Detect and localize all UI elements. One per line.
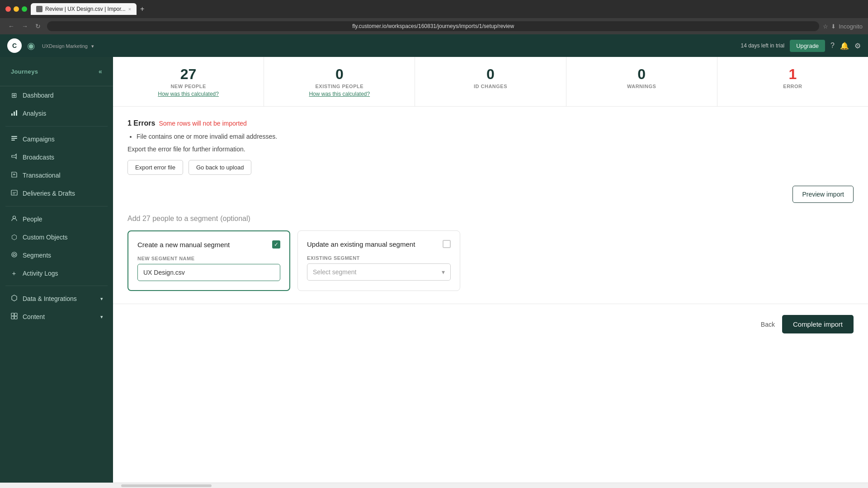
stat-link-existing-people[interactable]: How was this calculated? — [275, 91, 404, 97]
main-content: 27 NEW PEOPLE How was this calculated? 0… — [113, 57, 868, 483]
forward-btn[interactable]: → — [19, 21, 31, 32]
stat-error: 1 ERROR — [717, 57, 868, 106]
existing-segment-select[interactable]: Select segment ▾ — [307, 263, 451, 281]
sidebar-label-transactional: Transactional — [23, 172, 61, 179]
stat-label-new-people: NEW PEOPLE — [124, 84, 253, 89]
preview-import-button[interactable]: Preview import — [793, 186, 854, 203]
stat-new-people: 27 NEW PEOPLE How was this calculated? — [113, 57, 264, 106]
sidebar-collapse-btn[interactable]: « — [99, 68, 102, 75]
need-help-btn[interactable]: ? — [830, 42, 835, 50]
sidebar-item-content[interactable]: Content ▾ — [3, 308, 110, 325]
error-description: Export the error file for further inform… — [127, 145, 854, 153]
sidebar-label-custom-objects: Custom Objects — [23, 234, 68, 241]
custom-objects-icon: ⬡ — [10, 233, 18, 241]
segments-icon — [10, 251, 18, 259]
svg-rect-11 — [14, 313, 17, 316]
app-header: C ◉ UXDesign Marketing ▾ 14 days left in… — [0, 34, 868, 57]
stat-label-error: ERROR — [728, 84, 857, 89]
data-integrations-chevron: ▾ — [100, 296, 103, 302]
tab-favicon — [36, 6, 42, 12]
sidebar-item-analysis[interactable]: Analysis — [3, 105, 110, 122]
deliveries-icon — [10, 189, 18, 197]
bottom-actions: Back Complete import — [113, 304, 868, 344]
campaigns-icon — [10, 135, 18, 143]
upgrade-button[interactable]: Upgrade — [790, 40, 825, 52]
export-error-file-button[interactable]: Export error file — [127, 160, 183, 175]
sidebar-item-segments[interactable]: Segments — [3, 247, 110, 264]
bookmark-icon[interactable]: ☆ — [823, 23, 828, 30]
sidebar-item-transactional[interactable]: Transactional — [3, 167, 110, 184]
stat-warnings: 0 WARNINGS — [566, 57, 717, 106]
svg-rect-10 — [11, 313, 14, 316]
tab-close-btn[interactable]: × — [128, 6, 131, 12]
data-integrations-icon — [10, 295, 18, 303]
svg-rect-5 — [11, 140, 15, 141]
browser-chrome: Review | UX Design.csv | Impor... × + — [0, 0, 868, 18]
dashboard-icon: ⊞ — [10, 91, 18, 99]
sidebar-label-content: Content — [23, 313, 45, 320]
settings-icon[interactable]: ⚙ — [854, 42, 861, 50]
error-bullet: File contains one or more invalid email … — [137, 133, 854, 140]
errors-header: 1 Errors Some rows will not be imported — [127, 119, 854, 127]
content-chevron: ▾ — [100, 314, 103, 320]
sidebar-label-broadcasts: Broadcasts — [23, 154, 54, 161]
address-input[interactable] — [47, 21, 819, 31]
active-tab[interactable]: Review | UX Design.csv | Impor... × — [31, 3, 137, 15]
horizontal-scrollbar[interactable] — [0, 483, 868, 488]
window-min-btn[interactable] — [14, 6, 19, 12]
segment-select-chevron: ▾ — [442, 268, 445, 276]
complete-import-button[interactable]: Complete import — [782, 315, 854, 333]
address-actions: ☆ ⬇ Incognito — [823, 23, 863, 30]
sidebar-section-journeys: Journeys « — [5, 64, 108, 79]
sidebar-item-dashboard[interactable]: ⊞ Dashboard — [3, 87, 110, 104]
window-close-btn[interactable] — [5, 6, 11, 12]
svg-point-7 — [13, 216, 15, 219]
sidebar-item-deliveries[interactable]: Deliveries & Drafts — [3, 185, 110, 202]
stat-label-id-changes: ID CHANGES — [426, 84, 555, 89]
update-segment-title: Update an existing manual segment — [307, 240, 415, 248]
new-segment-name-input[interactable] — [137, 264, 280, 281]
new-segment-name-label: NEW SEGMENT NAME — [137, 256, 280, 261]
window-max-btn[interactable] — [22, 6, 27, 12]
new-tab-btn[interactable]: + — [138, 3, 146, 15]
svg-rect-13 — [14, 316, 17, 319]
svg-rect-2 — [16, 110, 17, 116]
sidebar-top: Journeys « — [0, 57, 113, 86]
update-segment-header: Update an existing manual segment — [307, 240, 451, 248]
app-logo: C — [7, 38, 22, 53]
segment-title: Add 27 people to a segment (optional) — [127, 214, 854, 223]
stat-label-existing-people: EXISTING PEOPLE — [275, 84, 404, 89]
create-segment-title: Create a new manual segment — [137, 241, 230, 249]
errors-section: 1 Errors Some rows will not be imported … — [127, 119, 854, 175]
sidebar-item-broadcasts[interactable]: Broadcasts — [3, 149, 110, 166]
notifications-icon[interactable]: 🔔 — [840, 42, 849, 50]
sidebar-item-custom-objects[interactable]: ⬡ Custom Objects — [3, 229, 110, 246]
address-bar: ← → ↻ ☆ ⬇ Incognito — [0, 18, 868, 34]
incognito-label: Incognito — [839, 23, 863, 30]
window-controls — [5, 6, 27, 12]
go-back-to-upload-button[interactable]: Go back to upload — [189, 160, 252, 175]
existing-segment-label: EXISTING SEGMENT — [307, 255, 451, 261]
sidebar-item-activity-logs[interactable]: + Activity Logs — [3, 265, 110, 282]
tab-bar: Review | UX Design.csv | Impor... × + — [31, 3, 863, 15]
activity-logs-icon: + — [10, 269, 18, 277]
stat-link-new-people[interactable]: How was this calculated? — [124, 91, 253, 97]
sidebar-item-data-integrations[interactable]: Data & Integrations ▾ — [3, 290, 110, 307]
reload-btn[interactable]: ↻ — [33, 21, 43, 32]
sidebar-label-people: People — [23, 216, 42, 223]
svg-point-9 — [13, 253, 15, 256]
update-segment-checkbox[interactable] — [443, 240, 451, 248]
header-actions: 14 days left in trial Upgrade ? 🔔 ⚙ — [741, 40, 861, 52]
sidebar-divider-1 — [5, 126, 108, 127]
back-button[interactable]: Back — [761, 321, 775, 328]
back-btn[interactable]: ← — [5, 21, 17, 32]
preview-row: Preview import — [127, 186, 854, 203]
errors-subtitle: Some rows will not be imported — [159, 120, 247, 127]
stat-number-existing-people: 0 — [275, 66, 404, 83]
sidebar-label-activity-logs: Activity Logs — [23, 270, 58, 277]
download-icon[interactable]: ⬇ — [831, 23, 836, 30]
sidebar-item-campaigns[interactable]: Campaigns — [3, 131, 110, 148]
create-segment-checkbox[interactable]: ✓ — [272, 240, 280, 249]
sidebar-item-people[interactable]: People — [3, 211, 110, 228]
sidebar-label-data-integrations: Data & Integrations — [23, 295, 77, 302]
